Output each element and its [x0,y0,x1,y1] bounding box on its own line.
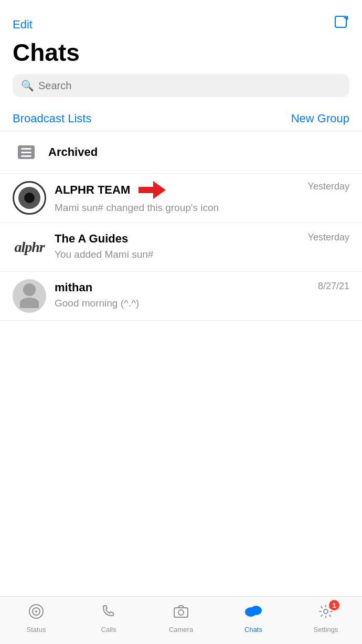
chat-time: 8/27/21 [318,281,349,292]
svg-point-12 [324,609,328,614]
search-input[interactable] [38,80,341,92]
search-bar[interactable]: 🔍 [13,74,349,97]
header: Edit Chats 🔍 [0,0,362,97]
chat-info: The A Guides Yesterday You added Mami su… [55,232,349,262]
nav-item-camera[interactable]: Camera [145,603,217,634]
camera-icon [173,603,189,624]
page-title: Chats [13,36,349,74]
chat-name: ALPHR TEAM [55,181,166,199]
status-icon [28,603,45,624]
settings-badge: 1 [329,600,339,610]
nav-label-camera: Camera [169,626,193,634]
avatar: alphr [13,230,46,264]
nav-label-status: Status [27,626,46,634]
chat-name: The A Guides [55,232,128,246]
chats-icon [244,603,263,624]
avatar [13,181,46,215]
archived-row[interactable]: Archived [0,131,362,174]
chat-time: Yesterday [308,232,349,243]
list-item[interactable]: mithan 8/27/21 Good morning (^.^) [0,272,362,321]
nav-item-calls[interactable]: Calls [72,603,145,634]
avatar [13,279,46,313]
archive-icon [13,139,40,166]
actions-row: Broadcast Lists New Group [0,107,362,131]
nav-label-calls: Calls [101,626,116,634]
new-group-button[interactable]: New Group [291,112,349,125]
svg-point-11 [246,608,255,616]
bottom-nav: Status Calls Camera Chats [0,596,362,644]
edit-button[interactable]: Edit [13,18,33,31]
svg-rect-7 [174,608,188,617]
chat-preview: You added Mami sun# [55,248,349,262]
calls-icon [100,603,117,624]
red-arrow-icon [139,181,166,199]
chat-info: mithan 8/27/21 Good morning (^.^) [55,281,349,311]
chat-info: ALPHR TEAM Yesterday Mami sun# changed t… [55,181,349,215]
svg-point-8 [178,610,184,615]
chat-name: mithan [55,281,92,294]
list-item[interactable]: ALPHR TEAM Yesterday Mami sun# changed t… [0,174,362,223]
compose-icon[interactable] [334,15,349,34]
settings-icon: 1 [317,603,334,624]
list-item[interactable]: alphr The A Guides Yesterday You added M… [0,223,362,272]
svg-point-6 [35,610,37,613]
archived-label: Archived [48,145,98,159]
broadcast-lists-button[interactable]: Broadcast Lists [13,112,91,125]
search-icon: 🔍 [21,79,34,92]
nav-item-chats[interactable]: Chats [217,603,290,634]
nav-label-settings: Settings [314,626,338,634]
nav-label-chats: Chats [244,626,262,634]
chat-preview: Mami sun# changed this group's icon [55,201,349,215]
chat-preview: Good morning (^.^) [55,297,349,311]
svg-marker-3 [139,181,166,199]
chat-time: Yesterday [308,181,349,192]
nav-item-status[interactable]: Status [0,603,72,634]
nav-item-settings[interactable]: 1 Settings [290,603,362,634]
chat-list: Archived ALPHR TEAM [0,131,362,321]
